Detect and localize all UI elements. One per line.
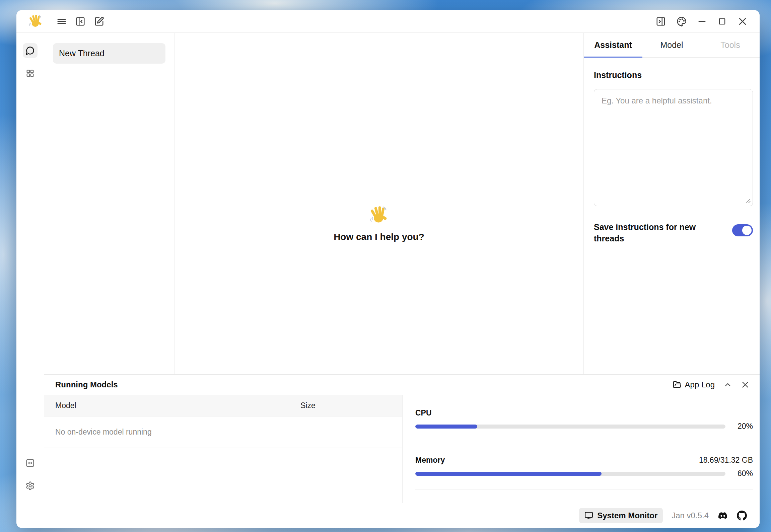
empty-chat-greeting: How can I help you? xyxy=(334,205,424,242)
chat-area: How can I help you? xyxy=(174,33,583,374)
system-monitor-label: System Monitor xyxy=(597,511,657,520)
no-model-message: No on-device model running xyxy=(55,428,152,437)
save-instructions-label: Save instructions for new threads xyxy=(594,222,704,244)
running-models-table: Model Size No on-device model running xyxy=(44,395,403,503)
rail-threads-button[interactable] xyxy=(23,43,38,58)
desktop-background: New Thread xyxy=(0,0,771,532)
tab-tools-label: Tools xyxy=(720,40,740,50)
cpu-percent: 20% xyxy=(733,422,753,431)
tab-assistant-label: Assistant xyxy=(594,40,632,50)
memory-percent: 60% xyxy=(733,469,753,478)
instructions-heading: Instructions xyxy=(594,70,753,80)
close-icon xyxy=(738,16,748,26)
hamburger-icon xyxy=(57,16,67,26)
thread-item-label: New Thread xyxy=(59,49,104,58)
icon-rail xyxy=(16,33,44,528)
chevron-up-icon xyxy=(723,380,732,389)
rail-settings-button[interactable] xyxy=(23,478,38,493)
title-bar xyxy=(16,10,760,33)
maximize-button[interactable] xyxy=(717,17,727,26)
thread-item[interactable]: New Thread xyxy=(53,43,165,64)
discord-icon[interactable] xyxy=(717,511,728,520)
memory-bar-row: 60% xyxy=(415,469,753,478)
collapse-monitor-button[interactable] xyxy=(723,380,732,389)
rail-local-api-button[interactable] xyxy=(23,456,38,470)
column-header-model: Model xyxy=(44,401,76,410)
grid-icon xyxy=(25,69,35,78)
app-version: Jan v0.5.4 xyxy=(672,511,709,520)
maximize-icon xyxy=(717,17,727,26)
monitor-panel-header: Running Models App Log xyxy=(44,375,760,395)
instructions-textarea[interactable] xyxy=(594,89,753,206)
collapse-right-panel-button[interactable] xyxy=(656,16,666,26)
wave-hand-icon xyxy=(368,205,389,226)
github-icon[interactable] xyxy=(737,511,747,521)
table-empty-row: No on-device model running xyxy=(44,416,402,448)
app-window: New Thread xyxy=(16,10,760,528)
new-thread-button[interactable] xyxy=(94,16,104,26)
system-monitor-panel: Running Models App Log xyxy=(44,374,760,503)
tab-tools[interactable]: Tools xyxy=(701,33,760,57)
running-models-title: Running Models xyxy=(55,380,118,389)
save-instructions-toggle[interactable] xyxy=(732,224,753,236)
panel-right-icon xyxy=(656,16,666,26)
top-area: New Thread xyxy=(44,33,760,374)
collapse-left-panel-button[interactable] xyxy=(75,16,85,26)
system-monitor-button[interactable]: System Monitor xyxy=(579,508,663,523)
thread-list: New Thread xyxy=(44,33,174,374)
cpu-bar-track xyxy=(415,425,725,429)
minimize-button[interactable] xyxy=(697,17,707,26)
column-header-size: Size xyxy=(300,401,316,410)
divider xyxy=(415,442,753,442)
app-logo-wave-icon xyxy=(28,14,43,29)
chat-bubble-icon xyxy=(25,46,35,55)
app-log-button[interactable]: App Log xyxy=(673,380,715,389)
code-icon xyxy=(25,458,35,468)
active-tab-underline xyxy=(584,57,642,58)
minimize-icon xyxy=(697,17,707,26)
edit-icon xyxy=(94,16,104,26)
memory-bar-fill xyxy=(415,472,602,476)
memory-usage: 18.69/31.32 GB xyxy=(699,456,753,465)
toggle-knob xyxy=(742,226,752,235)
gear-icon xyxy=(25,481,35,490)
tab-model-label: Model xyxy=(660,40,683,50)
status-bar: System Monitor Jan v0.5.4 xyxy=(44,503,760,528)
close-monitor-icon xyxy=(741,380,750,389)
close-button[interactable] xyxy=(738,16,748,26)
cpu-label: CPU xyxy=(415,408,432,417)
divider xyxy=(415,489,753,489)
system-usage-section: CPU 20% Memory 18.69/31 xyxy=(403,395,760,503)
assistant-tab-body: Instructions Save instructions for new t… xyxy=(584,58,760,244)
panel-left-icon xyxy=(75,16,85,26)
content-column: New Thread xyxy=(44,33,760,528)
app-log-label: App Log xyxy=(685,380,715,389)
memory-bar-track xyxy=(415,472,725,476)
tab-model[interactable]: Model xyxy=(642,33,701,57)
cpu-bar-row: 20% xyxy=(415,422,753,431)
right-panel: Assistant Model Tools Instructions xyxy=(583,33,760,374)
monitor-panel-body: Model Size No on-device model running CP… xyxy=(44,395,760,503)
rail-hub-button[interactable] xyxy=(23,66,38,81)
resize-handle[interactable] xyxy=(746,199,751,203)
menu-button[interactable] xyxy=(57,16,67,26)
greeting-text: How can I help you? xyxy=(334,232,424,242)
memory-label: Memory xyxy=(415,456,445,465)
right-panel-tabs: Assistant Model Tools xyxy=(584,33,760,58)
monitor-icon xyxy=(584,511,593,520)
tab-assistant[interactable]: Assistant xyxy=(584,33,642,57)
close-monitor-button[interactable] xyxy=(741,380,750,389)
main-row: New Thread xyxy=(16,33,760,528)
folder-open-icon xyxy=(673,380,682,389)
instructions-field-wrap xyxy=(594,89,753,206)
palette-icon xyxy=(677,16,687,26)
theme-button[interactable] xyxy=(677,16,687,26)
save-instructions-row: Save instructions for new threads xyxy=(594,222,753,244)
cpu-bar-fill xyxy=(415,425,477,429)
table-header-row: Model Size xyxy=(44,395,402,416)
